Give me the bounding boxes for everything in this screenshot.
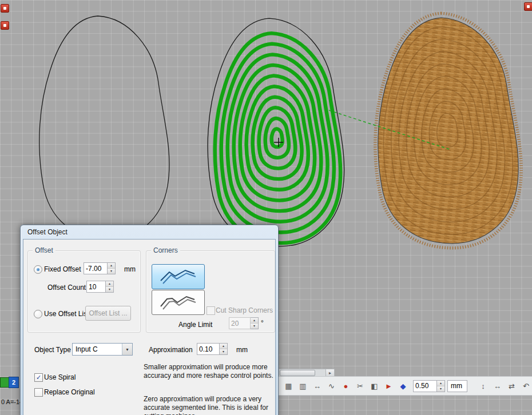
- spin-up-icon[interactable]: ▴: [437, 381, 444, 386]
- angle-limit-input: [229, 317, 251, 329]
- fixed-offset-spin-buttons: ▴ ▾: [108, 262, 116, 274]
- object-type-dropdown[interactable]: Input C ▾: [72, 343, 133, 356]
- spin-down-icon[interactable]: ▾: [437, 386, 444, 392]
- use-spiral-label: Use Spiral: [44, 373, 76, 381]
- use-offset-list-label: Use Offset List: [44, 310, 89, 318]
- toolbar-icons-right: ↕↔⇄↶↷↺: [477, 379, 532, 393]
- replace-original-label: Replace Original: [44, 388, 95, 396]
- fixed-offset-spinner: ▴ ▾: [84, 262, 116, 274]
- offset-count-label: Offset Count: [47, 284, 86, 292]
- thread-color-icon[interactable]: ◆: [396, 379, 410, 393]
- fixed-offset-unit: mm: [124, 265, 136, 273]
- offset-count-spinner: ▴ ▾: [86, 281, 114, 293]
- dock-red-icon-top-right[interactable]: [524, 2, 532, 11]
- dock-icon-glyph: [527, 5, 530, 8]
- approximation-label: Approximation: [149, 346, 193, 354]
- sharp-corner-style-button[interactable]: [152, 264, 205, 289]
- dialog-body: Offset Fixed Offset ▴ ▾ mm Offset Count …: [23, 239, 276, 415]
- fixed-offset-input[interactable]: [84, 262, 108, 274]
- dock-red-icon-top-left[interactable]: [1, 4, 9, 13]
- spin-up-icon: ▴: [251, 318, 258, 324]
- angle-limit-label: Angle Limit: [178, 321, 212, 329]
- cut-corner-style-icon: [158, 293, 199, 312]
- corners-group: Corners Cut Sharp Corners Angle Limit: [146, 250, 275, 333]
- use-spiral-checkbox[interactable]: ✓: [34, 373, 43, 382]
- dialog-title: Offset Object: [27, 228, 68, 236]
- replace-original-checkbox[interactable]: [34, 388, 43, 397]
- corners-group-label: Corners: [151, 246, 180, 254]
- grid-icon[interactable]: ▥: [296, 379, 309, 393]
- dialog-title-bar[interactable]: Offset Object: [23, 225, 276, 239]
- bottom-toolbar: ▦▥↔∿●✂◧►◆ ▴ ▾ mm ↕↔⇄↶↷↺: [279, 376, 532, 396]
- stitch-width-spin-buttons: ▴ ▾: [437, 380, 445, 392]
- cut-sharp-corners-checkbox: [207, 306, 215, 315]
- spin-up-icon[interactable]: ▴: [106, 281, 113, 287]
- spin-down-icon: ▾: [251, 324, 258, 329]
- use-offset-list-radio[interactable]: [34, 310, 42, 318]
- dropdown-arrow-icon[interactable]: ▾: [122, 344, 132, 355]
- spin-down-icon[interactable]: ▾: [220, 349, 227, 354]
- stitched-shape[interactable]: [375, 13, 521, 248]
- mirror-copy-icon[interactable]: ⇄: [505, 379, 518, 393]
- stop-point-icon[interactable]: ●: [339, 379, 352, 393]
- sequence-view-icon[interactable]: ▦: [282, 379, 295, 393]
- offset-spiral-shape[interactable]: [208, 18, 344, 246]
- object-type-value: Input C: [73, 345, 122, 353]
- approximation-spinner: ▴ ▾: [197, 343, 228, 355]
- stitch-width-input[interactable]: [413, 380, 437, 392]
- cut-corner-style-button[interactable]: [152, 290, 205, 315]
- spin-up-icon[interactable]: ▴: [220, 344, 227, 349]
- stitch-wave-icon[interactable]: ∿: [325, 379, 338, 393]
- angle-limit-spinner: ▴ ▾: [229, 317, 259, 329]
- selected-color-number[interactable]: 2: [9, 377, 19, 388]
- approximation-help-text: Smaller approximation will produce more …: [144, 363, 274, 380]
- swap-colors-icon[interactable]: ◧: [368, 379, 381, 393]
- flip-vertical-icon[interactable]: ↕: [477, 379, 490, 393]
- fixed-offset-label: Fixed Offset: [44, 265, 81, 273]
- thread-color-swatch[interactable]: [0, 377, 9, 388]
- offset-count-spin-buttons: ▴ ▾: [106, 281, 114, 293]
- flip-horizontal-icon[interactable]: ↔: [491, 379, 504, 393]
- offset-list-button: Offset List ...: [85, 306, 131, 321]
- stitch-width-spinner: ▴ ▾: [413, 380, 445, 392]
- dock-red-icon-left[interactable]: [1, 21, 9, 30]
- sharp-corner-style-icon: [158, 268, 199, 286]
- dock-icon-glyph: [3, 7, 6, 10]
- approximation-spin-buttons: ▴ ▾: [220, 343, 228, 355]
- scrollbar-thumb[interactable]: [280, 370, 315, 376]
- fixed-offset-radio[interactable]: [34, 265, 42, 274]
- spin-down-icon[interactable]: ▾: [106, 287, 113, 292]
- toolbar-icons-left: ▦▥↔∿●✂◧►◆: [282, 379, 410, 393]
- offset-group-label: Offset: [33, 246, 55, 254]
- offset-group: Offset Fixed Offset ▴ ▾ mm Offset Count …: [27, 250, 141, 333]
- offset-object-dialog: Offset Object Offset Fixed Offset ▴ ▾ mm…: [20, 225, 279, 415]
- trim-icon[interactable]: ✂: [354, 379, 367, 393]
- offset-count-input[interactable]: [86, 281, 106, 293]
- cut-sharp-corners-label: Cut Sharp Corners: [216, 306, 273, 314]
- approximation-input[interactable]: [197, 343, 220, 355]
- design-canvas[interactable]: ▸ ▦▥↔∿●✂◧►◆ ▴ ▾ mm ↕↔⇄↶↷↺ 2 0 A=-14 Offs…: [0, 0, 532, 415]
- outline-shape[interactable]: [39, 16, 169, 240]
- start-point-icon[interactable]: ►: [382, 379, 395, 393]
- spin-up-icon[interactable]: ▴: [108, 263, 115, 269]
- approximation-unit: mm: [236, 346, 248, 354]
- measure-icon[interactable]: ↔: [311, 379, 324, 393]
- offset-list-button-label: Offset List ...: [89, 309, 127, 317]
- object-type-label: Object Type: [34, 346, 71, 354]
- stitch-width-unit: mm: [447, 380, 467, 392]
- dock-icon-glyph: [3, 24, 6, 27]
- angle-limit-spin-buttons: ▴ ▾: [251, 317, 259, 329]
- rotate-ccw-icon[interactable]: ↶: [519, 379, 532, 393]
- spin-down-icon[interactable]: ▾: [108, 269, 115, 274]
- zero-approximation-help-text: Zero approximation will produce a very a…: [144, 395, 274, 415]
- angle-limit-unit: °: [261, 319, 264, 327]
